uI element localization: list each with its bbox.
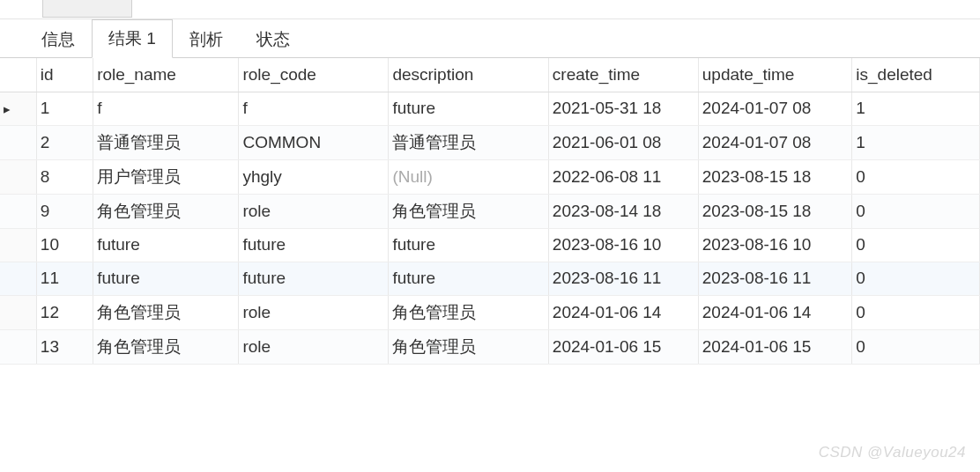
row-gutter[interactable] bbox=[0, 329, 36, 364]
cell-is-deleted[interactable]: 1 bbox=[852, 125, 980, 159]
cell-description[interactable]: future bbox=[389, 262, 548, 295]
cell-role-name[interactable]: future bbox=[93, 228, 239, 262]
cell-create-time[interactable]: 2023-08-16 11 bbox=[548, 262, 698, 295]
row-gutter[interactable] bbox=[0, 262, 36, 295]
row-gutter[interactable] bbox=[0, 295, 36, 329]
cell-create-time[interactable]: 2024-01-06 15 bbox=[548, 329, 698, 364]
cell-id[interactable]: 1 bbox=[36, 92, 93, 125]
cell-description[interactable]: future bbox=[389, 228, 548, 262]
cell-is-deleted[interactable]: 1 bbox=[852, 92, 980, 125]
cell-is-deleted[interactable]: 0 bbox=[852, 329, 980, 364]
cell-description[interactable]: 角色管理员 bbox=[389, 295, 548, 329]
cell-description[interactable]: 角色管理员 bbox=[389, 194, 548, 228]
table-row[interactable]: 13角色管理员role角色管理员2024-01-06 152024-01-06 … bbox=[0, 329, 980, 364]
tabs-bar: 信息结果 1剖析状态 bbox=[0, 19, 980, 58]
cell-description[interactable]: future bbox=[389, 92, 548, 125]
cell-update-time[interactable]: 2023-08-15 18 bbox=[698, 194, 852, 228]
cell-create-time[interactable]: 2021-06-01 08 bbox=[548, 125, 698, 159]
cell-role-name[interactable]: 角色管理员 bbox=[93, 295, 239, 329]
col-header-description[interactable]: description bbox=[389, 58, 548, 92]
cell-role-name[interactable]: f bbox=[93, 92, 239, 125]
watermark: CSDN @Valueyou24 bbox=[819, 444, 966, 461]
cell-role-code[interactable]: role bbox=[239, 295, 389, 329]
cell-update-time[interactable]: 2023-08-16 11 bbox=[698, 262, 852, 295]
cell-create-time[interactable]: 2021-05-31 18 bbox=[548, 92, 698, 125]
table-row[interactable]: 8用户管理员yhgly(Null)2022-06-08 112023-08-15… bbox=[0, 159, 980, 194]
cell-role-name[interactable]: future bbox=[93, 262, 239, 295]
cell-create-time[interactable]: 2023-08-16 10 bbox=[548, 228, 698, 262]
row-gutter[interactable] bbox=[0, 228, 36, 262]
cell-id[interactable]: 10 bbox=[36, 228, 93, 262]
table-row[interactable]: 11futurefuturefuture2023-08-16 112023-08… bbox=[0, 262, 980, 295]
cell-role-code[interactable]: future bbox=[239, 262, 389, 295]
cell-description[interactable]: 普通管理员 bbox=[389, 125, 548, 159]
cell-update-time[interactable]: 2024-01-07 08 bbox=[698, 92, 852, 125]
col-header-create-time[interactable]: create_time bbox=[548, 58, 698, 92]
cell-id[interactable]: 2 bbox=[36, 125, 93, 159]
col-header-role-code[interactable]: role_code bbox=[239, 58, 389, 92]
cell-description[interactable]: (Null) bbox=[389, 159, 548, 194]
cell-description[interactable]: 角色管理员 bbox=[389, 329, 548, 364]
cell-update-time[interactable]: 2023-08-15 18 bbox=[698, 159, 852, 194]
current-row-indicator-icon: ▸ bbox=[4, 101, 11, 116]
cell-role-code[interactable]: COMMON bbox=[239, 125, 389, 159]
top-spacer bbox=[0, 0, 980, 19]
cell-update-time[interactable]: 2023-08-16 10 bbox=[698, 228, 852, 262]
col-header-role-name[interactable]: role_name bbox=[93, 58, 239, 92]
tab-2[interactable]: 剖析 bbox=[173, 20, 240, 58]
row-gutter[interactable] bbox=[0, 159, 36, 194]
cell-role-code[interactable]: future bbox=[239, 228, 389, 262]
col-header-id[interactable]: id bbox=[36, 58, 93, 92]
gutter-header bbox=[0, 58, 36, 92]
cell-update-time[interactable]: 2024-01-06 15 bbox=[698, 329, 852, 364]
cell-role-name[interactable]: 角色管理员 bbox=[93, 329, 239, 364]
cell-id[interactable]: 8 bbox=[36, 159, 93, 194]
cell-update-time[interactable]: 2024-01-06 14 bbox=[698, 295, 852, 329]
cell-create-time[interactable]: 2024-01-06 14 bbox=[548, 295, 698, 329]
cell-is-deleted[interactable]: 0 bbox=[852, 194, 980, 228]
cell-is-deleted[interactable]: 0 bbox=[852, 295, 980, 329]
cell-create-time[interactable]: 2023-08-14 18 bbox=[548, 194, 698, 228]
cell-id[interactable]: 11 bbox=[36, 262, 93, 295]
cell-role-code[interactable]: role bbox=[239, 329, 389, 364]
table-row[interactable]: 12角色管理员role角色管理员2024-01-06 142024-01-06 … bbox=[0, 295, 980, 329]
cell-create-time[interactable]: 2022-06-08 11 bbox=[548, 159, 698, 194]
cell-role-name[interactable]: 角色管理员 bbox=[93, 194, 239, 228]
cell-id[interactable]: 12 bbox=[36, 295, 93, 329]
tab-3[interactable]: 状态 bbox=[240, 20, 307, 58]
cell-role-name[interactable]: 用户管理员 bbox=[93, 159, 239, 194]
table-row[interactable]: ▸1fffuture2021-05-31 182024-01-07 081 bbox=[0, 92, 980, 125]
scroll-handle[interactable] bbox=[42, 0, 132, 18]
cell-role-code[interactable]: yhgly bbox=[239, 159, 389, 194]
table-row[interactable]: 10futurefuturefuture2023-08-16 102023-08… bbox=[0, 228, 980, 262]
row-gutter[interactable] bbox=[0, 125, 36, 159]
cell-id[interactable]: 9 bbox=[36, 194, 93, 228]
col-header-update-time[interactable]: update_time bbox=[698, 58, 852, 92]
table-row[interactable]: 2普通管理员COMMON普通管理员2021-06-01 082024-01-07… bbox=[0, 125, 980, 159]
cell-is-deleted[interactable]: 0 bbox=[852, 159, 980, 194]
row-gutter[interactable] bbox=[0, 194, 36, 228]
header-row: id role_name role_code description creat… bbox=[0, 58, 980, 92]
cell-role-code[interactable]: role bbox=[239, 194, 389, 228]
cell-id[interactable]: 13 bbox=[36, 329, 93, 364]
results-grid: id role_name role_code description creat… bbox=[0, 58, 980, 365]
col-header-is-deleted[interactable]: is_deleted bbox=[852, 58, 980, 92]
table-row[interactable]: 9角色管理员role角色管理员2023-08-14 182023-08-15 1… bbox=[0, 194, 980, 228]
cell-role-name[interactable]: 普通管理员 bbox=[93, 125, 239, 159]
tab-0[interactable]: 信息 bbox=[25, 20, 92, 58]
row-gutter[interactable]: ▸ bbox=[0, 92, 36, 125]
cell-is-deleted[interactable]: 0 bbox=[852, 262, 980, 295]
tab-1[interactable]: 结果 1 bbox=[92, 19, 173, 58]
cell-is-deleted[interactable]: 0 bbox=[852, 228, 980, 262]
cell-update-time[interactable]: 2024-01-07 08 bbox=[698, 125, 852, 159]
cell-role-code[interactable]: f bbox=[239, 92, 389, 125]
